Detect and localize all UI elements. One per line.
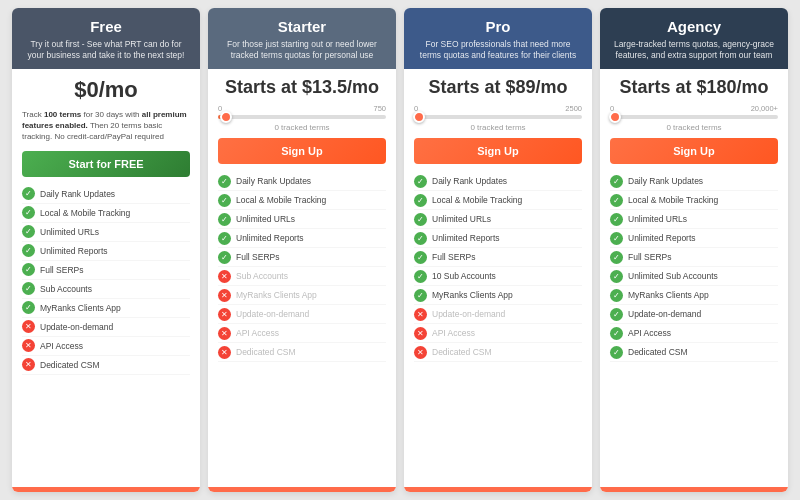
feature-label: Full SERPs [236,252,279,262]
feature-label: Unlimited URLs [628,214,687,224]
list-item: ✓Sub Accounts [22,280,190,299]
slider-container-pro: 025000 tracked terms [414,104,582,132]
free-plan-description: Track 100 terms for 30 days with all pre… [22,109,190,143]
cross-icon: ✕ [414,346,427,359]
check-icon: ✓ [610,175,623,188]
plan-price-starter: Starts at $13.5/mo [218,77,386,98]
list-item: ✓MyRanks Clients App [414,286,582,305]
feature-label: Daily Rank Updates [40,189,115,199]
cross-icon: ✕ [22,339,35,352]
slider-thumb-agency[interactable] [609,111,621,123]
list-item: ✓Unlimited Reports [218,229,386,248]
list-item: ✓Unlimited Reports [414,229,582,248]
feature-label: 10 Sub Accounts [432,271,496,281]
check-icon: ✓ [610,213,623,226]
feature-label: API Access [236,328,279,338]
list-item: ✕API Access [22,337,190,356]
list-item: ✓Daily Rank Updates [414,172,582,191]
plan-footer-bar-starter [208,487,396,492]
feature-label: Sub Accounts [40,284,92,294]
feature-label: Dedicated CSM [628,347,688,357]
feature-label: MyRanks Clients App [432,290,513,300]
feature-label: Daily Rank Updates [432,176,507,186]
feature-label: Unlimited URLs [432,214,491,224]
check-icon: ✓ [414,251,427,264]
feature-label: Full SERPs [40,265,83,275]
check-icon: ✓ [22,301,35,314]
list-item: ✓Unlimited Sub Accounts [610,267,778,286]
feature-label: Full SERPs [432,252,475,262]
check-icon: ✓ [414,213,427,226]
list-item: ✓Daily Rank Updates [610,172,778,191]
check-icon: ✓ [610,194,623,207]
features-list-pro: ✓Daily Rank Updates✓Local & Mobile Track… [414,172,582,362]
plan-body-agency: Starts at $180/mo020,000+0 tracked terms… [600,69,788,487]
list-item: ✓10 Sub Accounts [414,267,582,286]
plan-name-starter: Starter [220,18,384,35]
check-icon: ✓ [22,244,35,257]
feature-label: API Access [432,328,475,338]
slider-thumb-pro[interactable] [413,111,425,123]
feature-label: Local & Mobile Tracking [236,195,326,205]
slider-track-agency[interactable] [610,115,778,119]
slider-labels-starter: 0750 [218,104,386,113]
plan-header-agency: Agency Large-tracked terms quotas, agenc… [600,8,788,69]
features-list-free: ✓Daily Rank Updates✓Local & Mobile Track… [22,185,190,375]
plan-body-free: $0/moTrack 100 terms for 30 days with al… [12,69,200,487]
list-item: ✕Update-on-demand [218,305,386,324]
plan-card-agency: Agency Large-tracked terms quotas, agenc… [600,8,788,492]
check-icon: ✓ [414,194,427,207]
slider-max-starter: 750 [373,104,386,113]
check-icon: ✓ [218,175,231,188]
cross-icon: ✕ [218,308,231,321]
list-item: ✕MyRanks Clients App [218,286,386,305]
list-item: ✓Full SERPs [414,248,582,267]
check-icon: ✓ [414,175,427,188]
cta-button-starter[interactable]: Sign Up [218,138,386,164]
plan-name-agency: Agency [612,18,776,35]
tracked-terms-pro: 0 tracked terms [414,123,582,132]
list-item: ✓MyRanks Clients App [22,299,190,318]
slider-labels-pro: 02500 [414,104,582,113]
check-icon: ✓ [218,232,231,245]
feature-label: Unlimited URLs [236,214,295,224]
slider-track-pro[interactable] [414,115,582,119]
cta-button-free[interactable]: Start for FREE [22,151,190,177]
list-item: ✓Daily Rank Updates [22,185,190,204]
plan-body-starter: Starts at $13.5/mo07500 tracked termsSig… [208,69,396,487]
list-item: ✓Unlimited Reports [610,229,778,248]
slider-container-starter: 07500 tracked terms [218,104,386,132]
feature-label: Unlimited Reports [236,233,304,243]
tracked-terms-starter: 0 tracked terms [218,123,386,132]
plan-card-pro: Pro For SEO professionals that need more… [404,8,592,492]
slider-track-starter[interactable] [218,115,386,119]
cta-button-agency[interactable]: Sign Up [610,138,778,164]
feature-label: Unlimited URLs [40,227,99,237]
feature-label: Update-on-demand [432,309,505,319]
check-icon: ✓ [610,346,623,359]
feature-label: API Access [628,328,671,338]
plan-header-free: Free Try it out first - See what PRT can… [12,8,200,69]
feature-label: Update-on-demand [40,322,113,332]
plan-desc-starter: For those just starting out or need lowe… [220,39,384,61]
check-icon: ✓ [22,225,35,238]
cross-icon: ✕ [22,320,35,333]
list-item: ✕API Access [218,324,386,343]
check-icon: ✓ [610,270,623,283]
feature-label: API Access [40,341,83,351]
cta-button-pro[interactable]: Sign Up [414,138,582,164]
feature-label: Unlimited Reports [628,233,696,243]
slider-thumb-starter[interactable] [220,111,232,123]
feature-label: Local & Mobile Tracking [432,195,522,205]
list-item: ✓API Access [610,324,778,343]
cross-icon: ✕ [218,327,231,340]
feature-label: MyRanks Clients App [236,290,317,300]
features-list-starter: ✓Daily Rank Updates✓Local & Mobile Track… [218,172,386,362]
check-icon: ✓ [610,308,623,321]
list-item: ✕Dedicated CSM [218,343,386,362]
list-item: ✕API Access [414,324,582,343]
list-item: ✓Unlimited URLs [610,210,778,229]
list-item: ✓Unlimited URLs [22,223,190,242]
slider-container-agency: 020,000+0 tracked terms [610,104,778,132]
check-icon: ✓ [22,282,35,295]
